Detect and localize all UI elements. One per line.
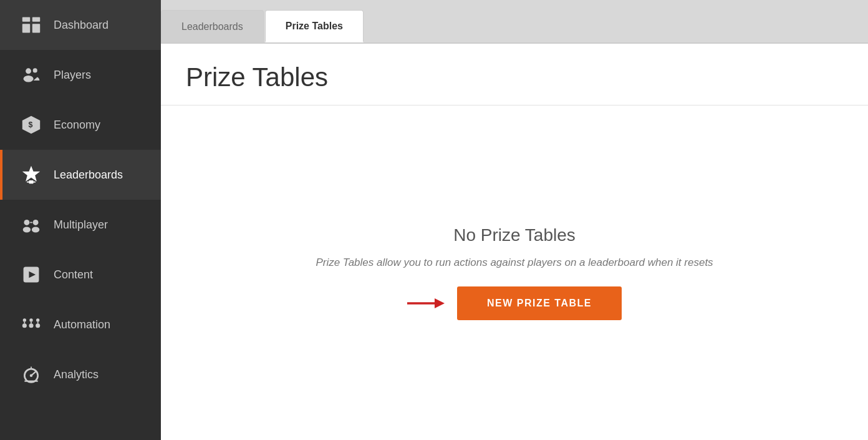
analytics-icon (20, 363, 42, 386)
tab-leaderboards[interactable]: Leaderboards (161, 10, 264, 42)
sidebar-item-leaderboards-label: Leaderboards (54, 169, 123, 182)
tabs-bar: Leaderboards Prize Tables (161, 0, 868, 44)
sidebar-item-content-label: Content (54, 268, 93, 281)
svg-point-20 (29, 318, 32, 321)
multiplayer-icon (20, 213, 42, 236)
svg-point-11 (33, 220, 39, 225)
new-prize-table-button[interactable]: NEW PRIZE TABLE (457, 286, 622, 320)
svg-point-13 (32, 227, 39, 233)
players-icon (20, 64, 42, 86)
sidebar-item-dashboard-label: Dashboard (54, 19, 109, 32)
svg-point-16 (22, 323, 27, 328)
leaderboards-icon (20, 164, 42, 186)
svg-rect-3 (32, 24, 40, 32)
sidebar-item-content[interactable]: Content (0, 250, 161, 300)
empty-state-title: No Prize Tables (453, 225, 576, 245)
svg-point-5 (24, 76, 34, 82)
content-header: Prize Tables (161, 44, 868, 105)
content-icon (20, 263, 42, 286)
svg-point-28 (30, 374, 32, 377)
sidebar-item-dashboard[interactable]: Dashboard (0, 0, 161, 50)
svg-point-10 (24, 220, 29, 225)
svg-point-18 (36, 323, 40, 328)
empty-state: No Prize Tables Prize Tables allow you t… (161, 105, 868, 440)
sidebar-item-players[interactable]: Players (0, 50, 161, 100)
sidebar-item-economy[interactable]: $ Economy (0, 100, 161, 150)
economy-icon: $ (20, 114, 42, 136)
automation-icon (20, 313, 42, 336)
sidebar-item-multiplayer-label: Multiplayer (54, 218, 108, 232)
svg-text:$: $ (29, 120, 33, 129)
svg-point-21 (36, 318, 39, 321)
svg-rect-1 (32, 17, 40, 22)
sidebar-item-automation-label: Automation (54, 318, 110, 331)
empty-state-description: Prize Tables allow you to run actions ag… (316, 257, 713, 269)
sidebar-item-multiplayer[interactable]: Multiplayer (0, 200, 161, 250)
content-area: Prize Tables No Prize Tables Prize Table… (161, 44, 868, 440)
tab-prize-tables[interactable]: Prize Tables (265, 10, 364, 42)
sidebar-item-economy-label: Economy (54, 119, 100, 132)
sidebar-item-automation[interactable]: Automation (0, 300, 161, 350)
main-content: Leaderboards Prize Tables Prize Tables N… (161, 0, 868, 440)
sidebar-item-leaderboards[interactable]: Leaderboards (0, 150, 161, 200)
svg-point-17 (29, 323, 33, 328)
dashboard-icon (20, 14, 42, 36)
svg-point-12 (23, 227, 31, 233)
svg-rect-2 (22, 24, 30, 32)
svg-marker-31 (435, 298, 445, 308)
arrow-right-icon (407, 295, 445, 312)
sidebar-item-analytics[interactable]: Analytics (0, 350, 161, 399)
sidebar-item-players-label: Players (54, 69, 91, 82)
page-title: Prize Tables (186, 62, 843, 92)
svg-point-4 (26, 68, 31, 74)
cta-row: NEW PRIZE TABLE (407, 286, 622, 320)
svg-rect-0 (22, 17, 30, 22)
svg-point-19 (23, 318, 26, 321)
sidebar-item-analytics-label: Analytics (54, 368, 99, 381)
svg-point-6 (33, 68, 37, 72)
sidebar: Dashboard Players $ Economy (0, 0, 161, 440)
svg-rect-9 (27, 182, 36, 183)
